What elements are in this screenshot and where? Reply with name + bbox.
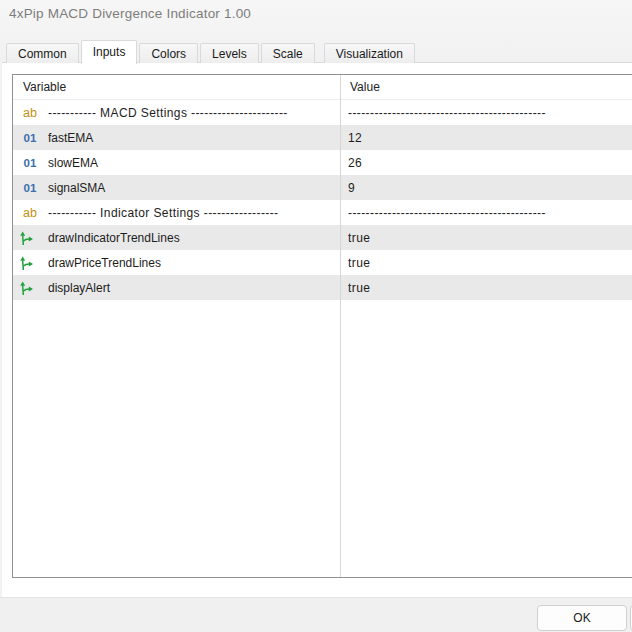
value-cell[interactable]: 9 bbox=[340, 181, 355, 195]
tab-scale[interactable]: Scale bbox=[261, 43, 315, 63]
table-row[interactable]: 01signalSMA9 bbox=[13, 175, 632, 200]
window-title: 4xPip MACD Divergence Indicator 1.00 bbox=[9, 6, 251, 21]
variable-name: signalSMA bbox=[48, 181, 105, 195]
table-row-separator[interactable]: ab----------- MACD Settings ------------… bbox=[13, 100, 632, 125]
value-cell[interactable]: ----------------------------------------… bbox=[340, 206, 546, 220]
variable-name: ----------- MACD Settings --------------… bbox=[48, 106, 288, 120]
table-header: Variable Value bbox=[13, 75, 632, 100]
value-cell[interactable]: true bbox=[340, 256, 370, 270]
column-header-variable: Variable bbox=[13, 80, 340, 94]
indicator-settings-dialog: 4xPip MACD Divergence Indicator 1.00 Com… bbox=[0, 0, 632, 632]
boolean-icon bbox=[17, 280, 35, 296]
table-row[interactable]: drawIndicatorTrendLinestrue bbox=[13, 225, 632, 250]
boolean-icon bbox=[17, 255, 35, 271]
table-row[interactable]: 01slowEMA26 bbox=[13, 150, 632, 175]
table-row[interactable]: drawPriceTrendLinestrue bbox=[13, 250, 632, 275]
boolean-icon bbox=[21, 280, 39, 296]
table-row-separator[interactable]: ab----------- Indicator Settings -------… bbox=[13, 200, 632, 225]
variable-name: slowEMA bbox=[48, 156, 98, 170]
integer-icon: 01 bbox=[21, 182, 39, 194]
boolean-icon bbox=[17, 230, 35, 246]
tab-colors[interactable]: Colors bbox=[139, 43, 198, 63]
string-icon: ab bbox=[21, 206, 39, 220]
variable-cell: ab----------- Indicator Settings -------… bbox=[13, 206, 340, 220]
variable-name: drawPriceTrendLines bbox=[48, 256, 161, 270]
variable-cell: displayAlert bbox=[13, 280, 340, 296]
boolean-icon bbox=[21, 230, 39, 246]
boolean-icon bbox=[21, 255, 39, 271]
integer-icon: 01 bbox=[21, 157, 39, 169]
button-bar: OK bbox=[0, 597, 632, 632]
value-cell[interactable]: true bbox=[340, 281, 370, 295]
value-cell[interactable]: 26 bbox=[340, 156, 362, 170]
tab-inputs[interactable]: Inputs bbox=[81, 40, 138, 64]
string-icon: ab bbox=[21, 106, 39, 120]
variable-cell: ab----------- MACD Settings ------------… bbox=[13, 106, 340, 120]
variable-cell: drawIndicatorTrendLines bbox=[13, 230, 340, 246]
variable-name: ----------- Indicator Settings ---------… bbox=[48, 206, 278, 220]
tab-visualization[interactable]: Visualization bbox=[324, 43, 415, 63]
variable-name: displayAlert bbox=[48, 281, 110, 295]
table-row[interactable]: displayAlerttrue bbox=[13, 275, 632, 300]
tab-bar: CommonInputsColorsLevelsScaleVisualizati… bbox=[6, 40, 417, 63]
variable-cell: drawPriceTrendLines bbox=[13, 255, 340, 271]
integer-icon: 01 bbox=[21, 132, 39, 144]
tab-common[interactable]: Common bbox=[6, 43, 79, 63]
table-rows: ab----------- MACD Settings ------------… bbox=[13, 100, 632, 300]
column-header-value: Value bbox=[340, 80, 380, 94]
tab-levels[interactable]: Levels bbox=[200, 43, 259, 63]
value-cell[interactable]: ----------------------------------------… bbox=[340, 106, 546, 120]
ok-button[interactable]: OK bbox=[537, 605, 627, 631]
variable-name: drawIndicatorTrendLines bbox=[48, 231, 180, 245]
inputs-table: Variable Value ab----------- MACD Settin… bbox=[12, 74, 632, 578]
table-row[interactable]: 01fastEMA12 bbox=[13, 125, 632, 150]
variable-name: fastEMA bbox=[48, 131, 93, 145]
variable-cell: 01slowEMA bbox=[13, 156, 340, 170]
variable-cell: 01signalSMA bbox=[13, 181, 340, 195]
value-cell[interactable]: true bbox=[340, 231, 370, 245]
column-divider bbox=[340, 75, 341, 577]
variable-cell: 01fastEMA bbox=[13, 131, 340, 145]
value-cell[interactable]: 12 bbox=[340, 131, 362, 145]
